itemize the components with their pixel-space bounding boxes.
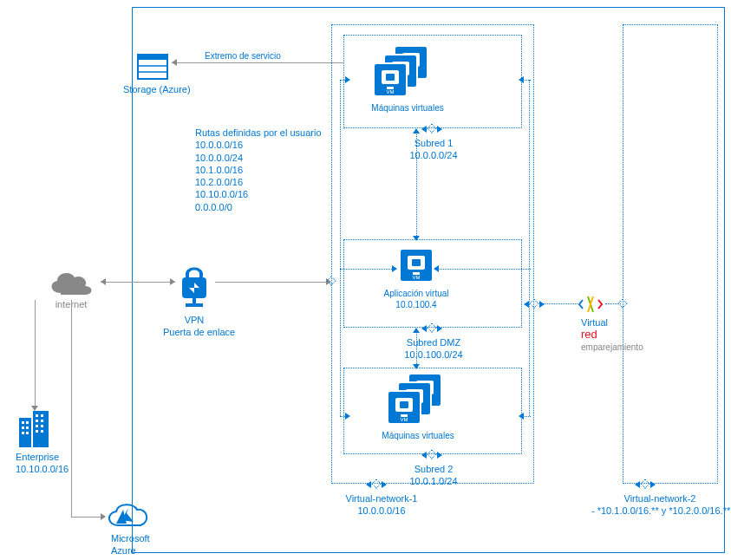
svg-rect-18 — [41, 420, 43, 422]
udr-route: 10.10.0.0/16 — [195, 189, 248, 199]
arrow-icon — [519, 76, 524, 83]
service-endpoint-connector — [172, 62, 343, 63]
peering-label: Virtual red emparejamiento — [581, 317, 643, 352]
arrow-icon — [345, 413, 350, 420]
arrow-icon — [413, 236, 420, 241]
arrow-icon — [101, 278, 106, 285]
vpn-gateway-icon — [177, 262, 212, 310]
peering-icon — [578, 291, 604, 317]
arrow-icon — [170, 278, 175, 285]
subnet2-vm-stack: VM — [387, 373, 447, 425]
svg-rect-6 — [186, 303, 203, 307]
arrow-icon — [31, 406, 38, 411]
svg-rect-9 — [22, 421, 24, 424]
udr-block: Rutas definidas por el usuario 10.0.0.0/… — [195, 127, 322, 213]
internet-enterprise-connector — [35, 300, 36, 409]
arrow-icon — [524, 301, 529, 308]
arrow-icon — [437, 126, 442, 133]
arrow-icon — [172, 59, 177, 66]
vpn-label: VPNPuerta de enlace — [163, 314, 225, 339]
arrow-icon — [434, 265, 439, 272]
service-endpoint-label: Extremo de servicio — [205, 50, 281, 62]
svg-rect-15 — [36, 414, 38, 417]
storage-label: Storage (Azure) — [123, 83, 191, 95]
arrow-icon — [421, 452, 427, 459]
udr-route: 10.2.0.0/16 — [195, 177, 243, 187]
storage-icon — [137, 54, 168, 80]
arrow-icon — [392, 265, 397, 272]
arrow-icon — [345, 76, 350, 83]
svg-rect-22 — [41, 430, 43, 433]
nva-label: Aplicación virtual10.0.100.4 — [377, 288, 455, 310]
nva-vm: VM — [399, 248, 434, 283]
vnet2-label: Virtual-network-2- *10.1.0.0/16.** y *10… — [591, 492, 728, 518]
connector — [416, 130, 417, 239]
svg-rect-17 — [36, 420, 38, 422]
svg-rect-10 — [26, 421, 29, 424]
subnet2-vm-label: Máquinas virtuales — [375, 430, 461, 441]
svg-rect-7 — [19, 418, 31, 447]
udr-route: 0.0.0.0/0 — [195, 202, 232, 212]
arrow-icon — [101, 513, 106, 520]
azure-label: MicrosoftAzure — [111, 532, 150, 557]
peering-connector — [543, 303, 578, 304]
svg-rect-11 — [22, 427, 24, 429]
svg-rect-13 — [22, 432, 24, 434]
vpn-vnet-connector — [215, 282, 328, 283]
svg-rect-14 — [26, 432, 29, 434]
connector — [529, 80, 530, 416]
connector — [340, 80, 341, 416]
subnet1-label: Subred 110.0.0.0/24 — [395, 137, 473, 162]
enterprise-building-icon — [17, 411, 52, 449]
subnet2-label: Subred 210.0.1.0/24 — [395, 463, 473, 488]
enterprise-label: Enterprise10.10.0.0/16 — [16, 451, 69, 476]
dmz-subnet-label: Subred DMZ10.0.100.0/24 — [395, 336, 473, 361]
internet-cloud-icon — [45, 267, 97, 298]
connector — [416, 329, 417, 368]
subnet1-vm-label: Máquinas virtuales — [364, 102, 451, 114]
svg-rect-20 — [41, 425, 43, 427]
arrow-icon — [437, 452, 442, 459]
svg-rect-1 — [138, 55, 167, 60]
internet-azure-connector-v — [71, 300, 72, 517]
vnet1-label: Virtual-network-110.0.0.0/16 — [338, 492, 425, 518]
udr-route: 10.0.0.0/16 — [195, 140, 243, 150]
arrow-icon — [413, 128, 420, 133]
svg-rect-5 — [193, 298, 196, 303]
arrow-icon — [413, 364, 420, 369]
connector — [437, 269, 531, 270]
arrow-icon — [519, 413, 524, 420]
udr-title: Rutas definidas por el usuario — [195, 127, 322, 138]
connector — [340, 269, 394, 270]
internet-vpn-connector — [101, 282, 175, 283]
arrow-icon — [437, 325, 442, 332]
subnet1-vm-stack: VM — [373, 45, 434, 97]
arrow-icon — [421, 325, 427, 332]
svg-rect-19 — [36, 425, 38, 427]
arrow-icon — [635, 481, 640, 488]
arrow-icon — [413, 328, 420, 333]
udr-route: 10.1.0.0/16 — [195, 165, 243, 175]
arrow-icon — [421, 126, 427, 133]
svg-rect-16 — [41, 414, 43, 417]
arrow-icon — [539, 301, 545, 308]
arrow-icon — [650, 481, 656, 488]
vnet2-box — [623, 24, 718, 484]
svg-rect-21 — [36, 430, 38, 433]
svg-rect-12 — [26, 427, 29, 429]
internet-azure-connector-h — [71, 517, 102, 518]
arrow-icon — [382, 481, 387, 488]
udr-route: 10.0.0.0/24 — [195, 153, 243, 163]
arrow-icon — [366, 481, 371, 488]
azure-cloud-icon — [104, 501, 151, 531]
